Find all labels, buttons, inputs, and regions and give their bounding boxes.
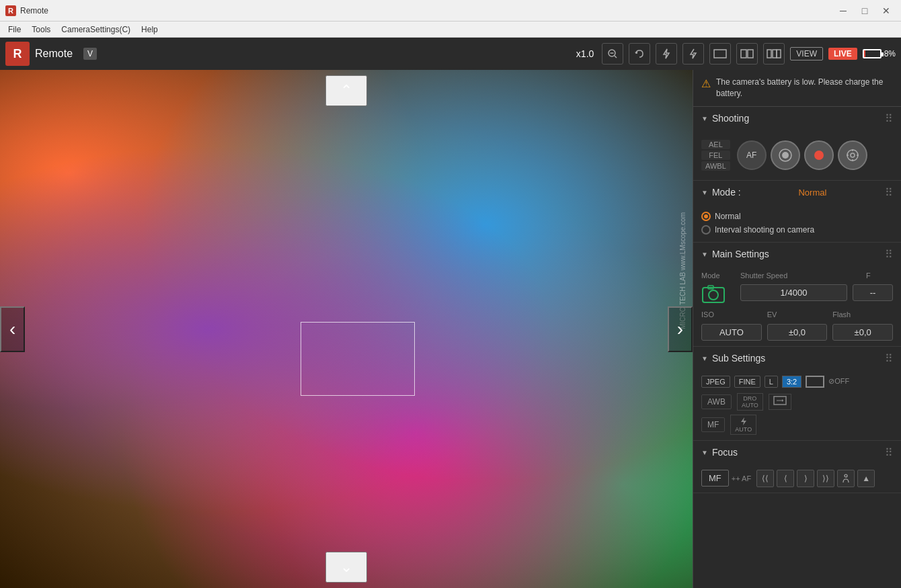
focus-near-button[interactable]: ⟩ — [797, 470, 814, 487]
view3-button[interactable] — [763, 43, 785, 65]
menu-help[interactable]: Help — [136, 24, 163, 36]
quality-fine-badge[interactable]: FINE — [734, 376, 760, 388]
live-badge: LIVE — [828, 48, 857, 60]
main-settings-section: ▼ Main Settings ⠿ Mode Shutter Speed F — [693, 243, 901, 347]
capture-button[interactable] — [771, 140, 800, 170]
flash-auto-label: AUTO — [735, 426, 752, 433]
svg-line-2 — [615, 56, 617, 58]
main-settings-chevron: ▼ — [701, 251, 708, 258]
focus-chevron: ▼ — [701, 449, 708, 456]
minimize-button[interactable]: ─ — [834, 3, 853, 18]
nav-up-button[interactable]: ⌃ — [325, 75, 367, 106]
focus-person-button[interactable] — [837, 470, 855, 487]
undo-button[interactable] — [629, 43, 650, 65]
svg-point-27 — [845, 474, 847, 477]
nav-down-button[interactable]: ⌄ — [325, 552, 367, 583]
ratio-badge[interactable]: 3:2 — [782, 376, 801, 388]
menu-tools[interactable]: Tools — [26, 24, 56, 36]
iso-value-box[interactable]: AUTO — [701, 324, 762, 341]
app-logo: R — [5, 42, 30, 66]
focus-body: MF ++ AF ⟨⟨ ⟨ ⟩ ⟩⟩ ▲ — [693, 464, 901, 493]
mode-interval-option[interactable]: Interval shooting on camera — [701, 223, 893, 237]
sub-settings-chevron: ▼ — [701, 355, 708, 362]
mode-body: Normal Interval shooting on camera — [693, 204, 901, 242]
main-content: ‹ › ⌃ ⌄ MICRO TECH LAB www.LMscope.com ⚠… — [0, 70, 901, 588]
maximize-button[interactable]: □ — [855, 3, 874, 18]
main-settings-drag[interactable]: ⠿ — [885, 248, 893, 261]
mf-badge[interactable]: MF — [701, 417, 725, 432]
focus-up-button[interactable]: ▲ — [857, 470, 875, 487]
ev-value-box[interactable]: ±0,0 — [767, 324, 828, 341]
flash-auto-badge[interactable]: AUTO — [730, 415, 756, 435]
mf-main-badge[interactable]: MF — [701, 470, 729, 487]
sub-settings-header[interactable]: ▼ Sub Settings ⠿ — [693, 347, 901, 370]
focus-header[interactable]: ▼ Focus ⠿ — [693, 441, 901, 464]
transfer-icon — [773, 396, 787, 405]
flash-value-box[interactable]: ±0,0 — [832, 324, 893, 341]
mode-interval-label: Interval shooting on camera — [715, 225, 814, 235]
app-icon: R — [5, 5, 16, 16]
focus-title: Focus — [712, 447, 881, 458]
right-panel: ⚠ The camera's battery is low. Please ch… — [693, 70, 901, 588]
shooting-drag-handle[interactable]: ⠿ — [885, 112, 893, 125]
mode-header[interactable]: ▼ Mode : Normal ⠿ — [693, 181, 901, 204]
main-settings-title: Main Settings — [712, 249, 881, 259]
mode-drag-handle[interactable]: ⠿ — [885, 186, 893, 199]
awb-badge[interactable]: AWB — [701, 394, 732, 409]
flash-icon — [661, 48, 672, 59]
settings-values-row: 1/4000 -- — [701, 282, 893, 304]
record-button[interactable] — [804, 140, 834, 170]
mode-normal-option[interactable]: Normal — [701, 210, 893, 223]
mode-normal-radio[interactable] — [701, 212, 711, 221]
main-settings-header[interactable]: ▼ Main Settings ⠿ — [693, 243, 901, 266]
warning-banner: ⚠ The camera's battery is low. Please ch… — [693, 70, 901, 107]
ael-button[interactable]: AEL — [701, 140, 730, 149]
toolbar-version: V — [83, 48, 97, 60]
f-value-box[interactable]: -- — [853, 284, 893, 301]
flash2-button[interactable] — [682, 43, 704, 65]
menu-file[interactable]: File — [3, 24, 26, 36]
title-bar: R Remote ─ □ ✕ — [0, 0, 901, 22]
mode-chevron: ▼ — [701, 189, 708, 196]
svg-point-21 — [709, 290, 718, 300]
focus-near-near-button[interactable]: ⟩⟩ — [817, 470, 834, 487]
focus-mode-button[interactable] — [838, 140, 867, 170]
shooting-header[interactable]: ▼ Shooting ⠿ — [693, 107, 901, 130]
record-icon — [813, 149, 825, 161]
shutter-value-box[interactable]: 1/4000 — [740, 284, 847, 301]
awbl-button[interactable]: AWBL — [701, 161, 730, 171]
flash-header: Flash — [832, 310, 893, 321]
nav-right-button[interactable]: › — [668, 306, 693, 352]
dro-auto-badge[interactable]: DRO AUTO — [737, 393, 763, 411]
focus-far-button[interactable]: ⟨ — [777, 470, 794, 487]
ev-header: EV — [767, 310, 828, 321]
nav-left-button[interactable]: ‹ — [0, 306, 25, 352]
size-l-badge[interactable]: L — [765, 376, 778, 388]
mode-interval-radio[interactable] — [701, 225, 711, 235]
mode-value: Normal — [798, 187, 881, 198]
focus-far-far-button[interactable]: ⟨⟨ — [756, 470, 774, 487]
format-jpeg-badge[interactable]: JPEG — [701, 376, 730, 388]
svg-rect-8 — [767, 50, 771, 58]
focus-drag-handle[interactable]: ⠿ — [885, 446, 893, 459]
zoom-out-button[interactable] — [602, 43, 623, 65]
mode-label: Mode : — [712, 187, 795, 198]
svg-rect-6 — [741, 50, 746, 58]
awb-row: AWB DRO AUTO — [701, 393, 893, 411]
sub-settings-drag[interactable]: ⠿ — [885, 352, 893, 365]
svg-marker-26 — [741, 417, 746, 425]
transfer-icon-badge[interactable] — [769, 394, 791, 410]
view2-button[interactable] — [736, 43, 758, 65]
af-button[interactable]: AF — [737, 140, 767, 170]
settings-header-row: Mode Shutter Speed F — [701, 271, 893, 282]
menu-camera-settings[interactable]: CameraSettings(C) — [56, 24, 136, 36]
f-col-header: F — [866, 271, 893, 282]
flash-small-icon — [740, 417, 748, 426]
fel-button[interactable]: FEL — [701, 151, 730, 160]
view-label-button[interactable]: VIEW — [790, 47, 823, 60]
shooting-section: ▼ Shooting ⠿ AEL FEL AWBL AF — [693, 107, 901, 181]
view1-button[interactable] — [709, 43, 731, 65]
close-button[interactable]: ✕ — [877, 3, 896, 18]
flash-button[interactable] — [656, 43, 677, 65]
view3-icon — [767, 49, 781, 58]
